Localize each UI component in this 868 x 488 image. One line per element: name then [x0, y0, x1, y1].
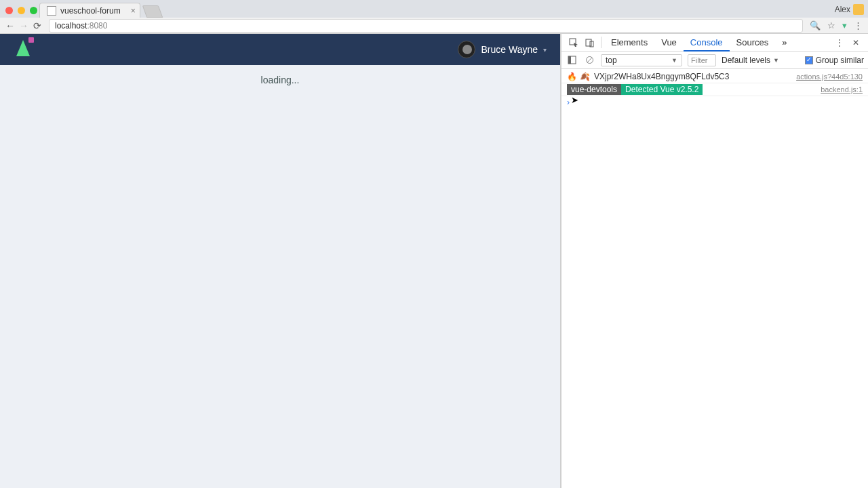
vue-detected-badge: Detected Vue v2.5.2 [621, 84, 703, 95]
minimize-window-button[interactable] [18, 7, 25, 14]
context-value: top [606, 56, 617, 65]
chevron-down-icon: ▼ [671, 57, 677, 64]
window-controls [5, 7, 37, 14]
browser-chrome: vueschool-forum × Alex ← → ⟳ localhost:8… [0, 0, 868, 34]
console-prompt[interactable]: › ➤ [561, 96, 868, 108]
user-name: Bruce Wayne [481, 44, 538, 55]
profile-avatar-icon [853, 4, 864, 15]
filter-input[interactable]: Filter [688, 54, 716, 66]
address-host: localhost [55, 21, 87, 30]
devtools-panel: Elements Vue Console Sources » ⋮ ✕ top ▼… [560, 34, 868, 488]
checkbox-icon [805, 56, 813, 64]
browser-profile[interactable]: Alex [835, 4, 864, 15]
devtools-close-icon[interactable]: ✕ [848, 34, 864, 51]
browser-tab[interactable]: vueschool-forum × [39, 3, 140, 18]
clear-console-icon[interactable] [583, 56, 595, 64]
device-toolbar-icon[interactable] [582, 34, 598, 51]
back-button[interactable]: ← [5, 21, 15, 30]
menu-icon[interactable]: ⋮ [854, 20, 863, 30]
app-header: Bruce Wayne ▾ [0, 34, 560, 65]
log-levels-select[interactable]: Default levels ▼ [722, 56, 779, 65]
log-source-link[interactable]: actions.js?44d5:130 [796, 73, 863, 81]
bookmark-icon[interactable]: ☆ [827, 20, 835, 30]
devtools-menu-icon[interactable]: ⋮ [831, 34, 848, 51]
reload-button[interactable]: ⟳ [33, 21, 42, 30]
user-avatar-icon [458, 41, 475, 58]
page-viewport: Bruce Wayne ▾ loading... [0, 34, 560, 488]
close-window-button[interactable] [5, 7, 13, 14]
context-select[interactable]: top ▼ [601, 54, 682, 66]
devtools-tabbar: Elements Vue Console Sources » ⋮ ✕ [561, 34, 868, 52]
profile-name: Alex [835, 5, 850, 14]
svg-line-6 [587, 58, 592, 62]
log-message: VXjpr2WHa8Ux4Bnggym8QFLdv5C3 [594, 72, 796, 81]
log-source-link[interactable]: backend.js:1 [821, 85, 863, 94]
tab-title: vueschool-forum [60, 6, 121, 16]
tab-console[interactable]: Console [684, 34, 730, 52]
new-tab-button[interactable] [142, 5, 163, 18]
search-icon[interactable]: 🔍 [810, 20, 821, 30]
group-similar-toggle[interactable]: Group similar [805, 56, 864, 65]
app-logo-icon[interactable] [14, 39, 33, 60]
browser-toolbar: ← → ⟳ localhost:8080 🔍 ☆ ▾ ⋮ [0, 18, 868, 34]
inspect-element-icon[interactable] [566, 34, 582, 51]
toggle-sidebar-icon[interactable] [566, 56, 578, 64]
prompt-caret-icon: › [567, 98, 570, 107]
favicon-icon [47, 6, 56, 16]
close-tab-icon[interactable]: × [131, 6, 136, 16]
console-log-row[interactable]: 🔥 🍂 VXjpr2WHa8Ux4Bnggym8QFLdv5C3 actions… [561, 70, 868, 83]
console-toolbar: top ▼ Filter Default levels ▼ Group simi… [561, 52, 868, 69]
svg-rect-4 [568, 56, 571, 64]
svg-rect-1 [586, 39, 591, 46]
address-port: :8080 [87, 21, 107, 30]
console-log-row[interactable]: vue-devtoolsDetected Vue v2.5.2 backend.… [561, 83, 868, 96]
chevron-down-icon: ▼ [773, 57, 779, 64]
address-bar[interactable]: localhost:8080 [49, 19, 803, 33]
devtools-badge: vue-devtools [567, 84, 621, 95]
chevron-down-icon: ▾ [543, 46, 547, 54]
maximize-window-button[interactable] [30, 7, 37, 14]
tab-elements[interactable]: Elements [604, 34, 654, 51]
tab-sources[interactable]: Sources [730, 34, 776, 51]
user-menu[interactable]: Bruce Wayne ▾ [458, 41, 547, 58]
fire-icon: 🔥 [567, 72, 577, 81]
leaf-icon: 🍂 [580, 72, 590, 81]
tab-overflow[interactable]: » [775, 34, 793, 51]
console-output: 🔥 🍂 VXjpr2WHa8Ux4Bnggym8QFLdv5C3 actions… [561, 69, 868, 488]
tab-vue[interactable]: Vue [654, 34, 684, 51]
vue-extension-icon[interactable]: ▾ [842, 20, 847, 30]
loading-message: loading... [0, 75, 560, 85]
forward-button[interactable]: → [19, 21, 28, 30]
